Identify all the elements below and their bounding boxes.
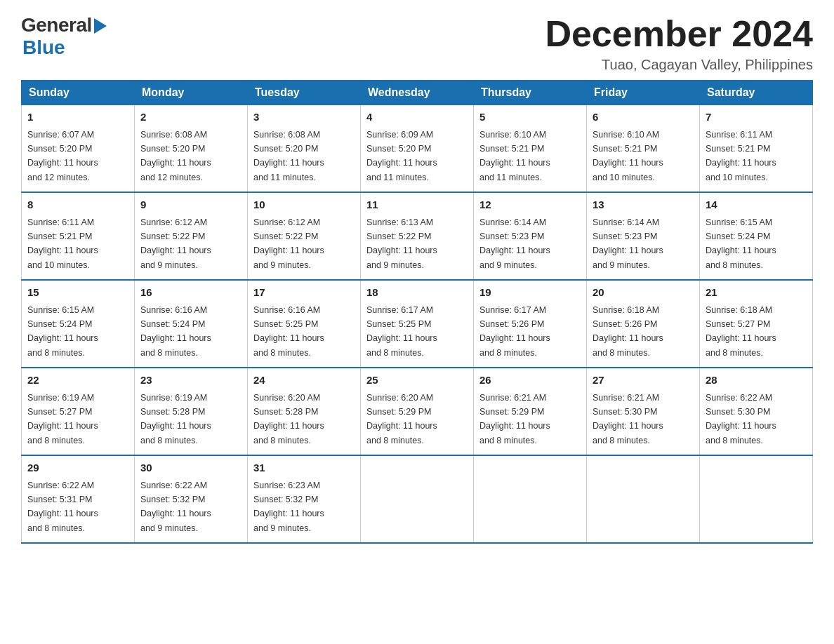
day-info: Sunrise: 6:16 AMSunset: 5:25 PMDaylight:… <box>253 305 324 358</box>
day-info: Sunrise: 6:21 AMSunset: 5:29 PMDaylight:… <box>479 393 550 445</box>
calendar-cell: 26 Sunrise: 6:21 AMSunset: 5:29 PMDaylig… <box>474 368 587 455</box>
day-number: 13 <box>593 197 694 213</box>
day-info: Sunrise: 6:20 AMSunset: 5:29 PMDaylight:… <box>366 393 437 445</box>
calendar-cell: 23 Sunrise: 6:19 AMSunset: 5:28 PMDaylig… <box>135 368 248 455</box>
day-info: Sunrise: 6:15 AMSunset: 5:24 PMDaylight:… <box>706 217 776 270</box>
calendar-header: SundayMondayTuesdayWednesdayThursdayFrid… <box>22 81 813 105</box>
month-title: December 2024 <box>545 14 813 54</box>
calendar-cell: 7 Sunrise: 6:11 AMSunset: 5:21 PMDayligh… <box>700 105 813 193</box>
day-info: Sunrise: 6:10 AMSunset: 5:21 PMDaylight:… <box>593 130 663 182</box>
calendar-cell: 11 Sunrise: 6:13 AMSunset: 5:22 PMDaylig… <box>361 192 474 280</box>
calendar-cell: 10 Sunrise: 6:12 AMSunset: 5:22 PMDaylig… <box>248 192 361 280</box>
day-number: 29 <box>27 460 128 476</box>
svg-marker-0 <box>94 18 107 34</box>
calendar-cell: 9 Sunrise: 6:12 AMSunset: 5:22 PMDayligh… <box>135 192 248 280</box>
calendar-week-3: 15 Sunrise: 6:15 AMSunset: 5:24 PMDaylig… <box>22 280 813 368</box>
calendar-cell: 24 Sunrise: 6:20 AMSunset: 5:28 PMDaylig… <box>248 368 361 455</box>
day-info: Sunrise: 6:14 AMSunset: 5:23 PMDaylight:… <box>593 217 663 270</box>
day-info: Sunrise: 6:19 AMSunset: 5:27 PMDaylight:… <box>27 393 98 445</box>
title-area: December 2024 Tuao, Cagayan Valley, Phil… <box>545 14 813 73</box>
calendar-cell: 1 Sunrise: 6:07 AMSunset: 5:20 PMDayligh… <box>22 105 135 193</box>
day-info: Sunrise: 6:11 AMSunset: 5:21 PMDaylight:… <box>27 217 98 270</box>
calendar-cell: 28 Sunrise: 6:22 AMSunset: 5:30 PMDaylig… <box>700 368 813 455</box>
day-number: 15 <box>27 285 128 301</box>
day-info: Sunrise: 6:12 AMSunset: 5:22 PMDaylight:… <box>253 217 324 270</box>
day-number: 21 <box>706 285 807 301</box>
day-number: 25 <box>366 373 468 389</box>
day-info: Sunrise: 6:14 AMSunset: 5:23 PMDaylight:… <box>479 217 550 270</box>
day-info: Sunrise: 6:17 AMSunset: 5:26 PMDaylight:… <box>479 305 550 358</box>
calendar-cell: 25 Sunrise: 6:20 AMSunset: 5:29 PMDaylig… <box>361 368 474 455</box>
day-info: Sunrise: 6:20 AMSunset: 5:28 PMDaylight:… <box>253 393 324 445</box>
day-info: Sunrise: 6:09 AMSunset: 5:20 PMDaylight:… <box>366 130 437 182</box>
logo: General Blue <box>21 14 107 59</box>
calendar-week-4: 22 Sunrise: 6:19 AMSunset: 5:27 PMDaylig… <box>22 368 813 455</box>
page-header: General Blue December 2024 Tuao, Cagayan… <box>21 14 813 73</box>
calendar-cell: 2 Sunrise: 6:08 AMSunset: 5:20 PMDayligh… <box>135 105 248 193</box>
day-number: 17 <box>253 285 355 301</box>
day-info: Sunrise: 6:17 AMSunset: 5:25 PMDaylight:… <box>366 305 437 358</box>
day-number: 24 <box>253 373 355 389</box>
day-header-wednesday: Wednesday <box>361 81 474 105</box>
calendar-cell: 13 Sunrise: 6:14 AMSunset: 5:23 PMDaylig… <box>587 192 700 280</box>
day-number: 23 <box>140 373 241 389</box>
day-info: Sunrise: 6:19 AMSunset: 5:28 PMDaylight:… <box>140 393 211 445</box>
day-number: 4 <box>366 109 468 126</box>
logo-arrow-icon <box>92 17 107 34</box>
day-number: 1 <box>27 109 128 126</box>
calendar-cell <box>587 455 700 543</box>
calendar-week-2: 8 Sunrise: 6:11 AMSunset: 5:21 PMDayligh… <box>22 192 813 280</box>
day-number: 2 <box>140 109 241 126</box>
day-number: 28 <box>706 373 807 389</box>
calendar-cell: 19 Sunrise: 6:17 AMSunset: 5:26 PMDaylig… <box>474 280 587 368</box>
day-header-friday: Friday <box>587 81 700 105</box>
day-number: 9 <box>140 197 241 213</box>
day-number: 20 <box>593 285 694 301</box>
calendar-cell: 8 Sunrise: 6:11 AMSunset: 5:21 PMDayligh… <box>22 192 135 280</box>
day-number: 8 <box>27 197 128 213</box>
day-number: 27 <box>593 373 694 389</box>
day-header-saturday: Saturday <box>700 81 813 105</box>
day-number: 10 <box>253 197 355 213</box>
calendar-cell: 22 Sunrise: 6:19 AMSunset: 5:27 PMDaylig… <box>22 368 135 455</box>
day-info: Sunrise: 6:22 AMSunset: 5:32 PMDaylight:… <box>140 481 211 533</box>
day-info: Sunrise: 6:13 AMSunset: 5:22 PMDaylight:… <box>366 217 437 270</box>
day-info: Sunrise: 6:11 AMSunset: 5:21 PMDaylight:… <box>706 130 776 182</box>
calendar-cell: 6 Sunrise: 6:10 AMSunset: 5:21 PMDayligh… <box>587 105 700 193</box>
day-number: 26 <box>479 373 581 389</box>
calendar-cell: 16 Sunrise: 6:16 AMSunset: 5:24 PMDaylig… <box>135 280 248 368</box>
calendar-cell: 30 Sunrise: 6:22 AMSunset: 5:32 PMDaylig… <box>135 455 248 543</box>
day-header-thursday: Thursday <box>474 81 587 105</box>
day-number: 3 <box>253 109 355 126</box>
calendar-cell: 15 Sunrise: 6:15 AMSunset: 5:24 PMDaylig… <box>22 280 135 368</box>
calendar-cell: 14 Sunrise: 6:15 AMSunset: 5:24 PMDaylig… <box>700 192 813 280</box>
day-number: 18 <box>366 285 468 301</box>
day-info: Sunrise: 6:23 AMSunset: 5:32 PMDaylight:… <box>253 481 324 533</box>
days-of-week-row: SundayMondayTuesdayWednesdayThursdayFrid… <box>22 81 813 105</box>
calendar-table: SundayMondayTuesdayWednesdayThursdayFrid… <box>21 80 813 544</box>
day-header-monday: Monday <box>135 81 248 105</box>
calendar-cell: 5 Sunrise: 6:10 AMSunset: 5:21 PMDayligh… <box>474 105 587 193</box>
day-info: Sunrise: 6:08 AMSunset: 5:20 PMDaylight:… <box>253 130 324 182</box>
day-number: 7 <box>706 109 807 126</box>
day-info: Sunrise: 6:18 AMSunset: 5:27 PMDaylight:… <box>706 305 776 358</box>
day-info: Sunrise: 6:08 AMSunset: 5:20 PMDaylight:… <box>140 130 211 182</box>
day-number: 12 <box>479 197 581 213</box>
subtitle: Tuao, Cagayan Valley, Philippines <box>545 57 813 73</box>
calendar-cell: 27 Sunrise: 6:21 AMSunset: 5:30 PMDaylig… <box>587 368 700 455</box>
calendar-week-1: 1 Sunrise: 6:07 AMSunset: 5:20 PMDayligh… <box>22 105 813 193</box>
day-info: Sunrise: 6:22 AMSunset: 5:30 PMDaylight:… <box>706 393 776 445</box>
calendar-cell: 4 Sunrise: 6:09 AMSunset: 5:20 PMDayligh… <box>361 105 474 193</box>
day-info: Sunrise: 6:22 AMSunset: 5:31 PMDaylight:… <box>27 481 98 533</box>
day-number: 30 <box>140 460 241 476</box>
calendar-cell: 21 Sunrise: 6:18 AMSunset: 5:27 PMDaylig… <box>700 280 813 368</box>
calendar-cell: 20 Sunrise: 6:18 AMSunset: 5:26 PMDaylig… <box>587 280 700 368</box>
day-info: Sunrise: 6:15 AMSunset: 5:24 PMDaylight:… <box>27 305 98 358</box>
calendar-cell <box>700 455 813 543</box>
calendar-cell: 31 Sunrise: 6:23 AMSunset: 5:32 PMDaylig… <box>248 455 361 543</box>
calendar-cell <box>361 455 474 543</box>
day-info: Sunrise: 6:18 AMSunset: 5:26 PMDaylight:… <box>593 305 663 358</box>
day-header-tuesday: Tuesday <box>248 81 361 105</box>
day-info: Sunrise: 6:12 AMSunset: 5:22 PMDaylight:… <box>140 217 211 270</box>
calendar-cell: 29 Sunrise: 6:22 AMSunset: 5:31 PMDaylig… <box>22 455 135 543</box>
